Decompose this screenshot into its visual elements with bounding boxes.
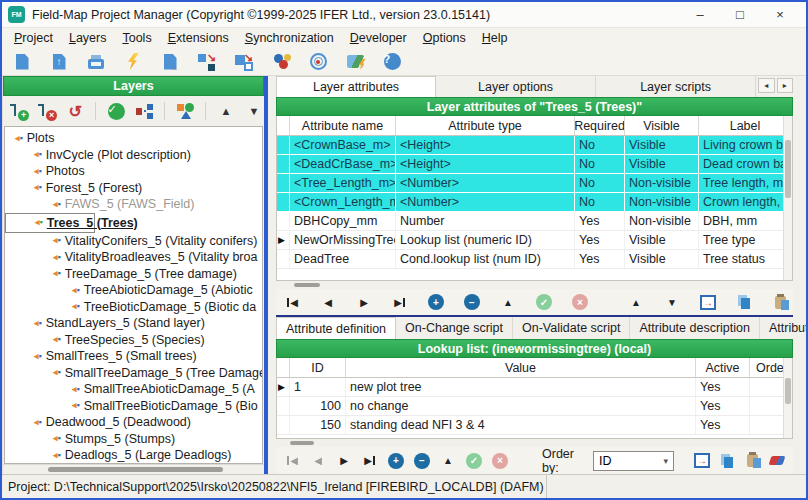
post-button[interactable]: ✓ xyxy=(466,452,482,470)
cancel-button[interactable]: × xyxy=(492,452,508,470)
edit-button[interactable]: ▲ xyxy=(440,452,456,470)
copy-record-button[interactable] xyxy=(719,452,735,470)
close-button[interactable]: × xyxy=(760,7,800,22)
tab-layer-attributes[interactable]: Layer attributes xyxy=(276,76,436,97)
delete-layer-button[interactable]: × xyxy=(37,99,57,123)
lookup-row[interactable]: ▶1new plot treeYes9 xyxy=(277,378,792,397)
scrollbar-thumb[interactable] xyxy=(785,140,791,198)
attributes-hscrollbar[interactable] xyxy=(276,281,793,289)
paste-record-button[interactable] xyxy=(744,452,760,470)
copy-structure-button[interactable]: ↘ xyxy=(232,50,256,74)
layer-style-button[interactable] xyxy=(175,99,195,123)
scrollbar-thumb[interactable] xyxy=(294,283,320,287)
project-colors-button[interactable] xyxy=(269,50,293,74)
tree-item-treedamage-5[interactable]: ◂▪TreeDamage_5 (Tree damage) xyxy=(5,266,262,283)
attribute-row[interactable]: <DeadCrBase_m><Height>NoVisibleDead crow… xyxy=(277,155,792,174)
edit-button[interactable]: ▲ xyxy=(500,293,516,311)
insert-button[interactable]: + xyxy=(388,452,404,470)
quick-run-button[interactable] xyxy=(121,50,145,74)
tab-scroll-left-button[interactable]: ◂ xyxy=(758,78,774,93)
open-project-button[interactable]: ↑ xyxy=(47,50,71,74)
export-record-button[interactable]: → xyxy=(694,452,710,470)
tree-item-vitalitybroadleaves-5[interactable]: ◂▪VitalityBroadleaves_5 (Vitality broa xyxy=(5,249,262,266)
move-up-button[interactable]: ▲ xyxy=(628,293,644,311)
tree-item-treeabioticdamage-5[interactable]: ◂▪TreeAbioticDamage_5 (Abiotic xyxy=(5,282,262,299)
lookup-row[interactable]: 150standing dead NFI 3 & 4Yes xyxy=(277,416,792,435)
tree-item-smalltreeabioticdamage-5[interactable]: ◂▪SmallTreeAbioticDamage_5 (A xyxy=(5,381,262,398)
menu-tools[interactable]: Tools xyxy=(114,31,159,45)
menu-extensions[interactable]: Extensions xyxy=(160,31,237,45)
cancel-button[interactable]: × xyxy=(572,293,588,311)
move-down-button[interactable]: ▼ xyxy=(664,293,680,311)
minimize-button[interactable]: – xyxy=(680,7,720,22)
help-button[interactable]: ? xyxy=(380,50,404,74)
move-up-button[interactable]: ▲ xyxy=(216,99,236,123)
subtab-on-change-script[interactable]: On-Change script xyxy=(396,317,513,339)
menu-developer[interactable]: Developer xyxy=(342,31,415,45)
tree-item-treespecies-5[interactable]: ◂▪TreeSpecies_5 (Species) xyxy=(5,332,262,349)
reload-layer-button[interactable]: ↺ xyxy=(65,99,85,123)
paste-record-button[interactable] xyxy=(772,293,788,311)
menu-project[interactable]: Project xyxy=(6,31,61,45)
menu-options[interactable]: Options xyxy=(415,31,474,45)
delete-button[interactable]: − xyxy=(414,452,430,470)
maximize-button[interactable]: □ xyxy=(720,7,760,22)
lookup-vscrollbar[interactable] xyxy=(783,358,792,438)
copy-record-button[interactable] xyxy=(736,293,752,311)
tree-hscrollbar[interactable] xyxy=(3,464,264,474)
validate-layers-button[interactable]: ✓ xyxy=(106,99,126,123)
tree-item-smalltreedamage-5[interactable]: ◂▪SmallTreeDamage_5 (Tree Damage xyxy=(5,365,262,382)
scrollbar-thumb[interactable] xyxy=(785,378,791,404)
tree-item-vitalityconifers-5[interactable]: ◂▪VitalityConifers_5 (Vitality conifers) xyxy=(5,233,262,250)
subtab-attribute-description[interactable]: Attribute description xyxy=(630,317,759,339)
target-settings-button[interactable] xyxy=(306,50,330,74)
tab-scroll-right-button[interactable]: ▸ xyxy=(777,78,793,93)
delete-button[interactable]: − xyxy=(464,293,480,311)
tab-layer-options[interactable]: Layer options xyxy=(436,76,596,97)
order-by-select[interactable]: ID ▾ xyxy=(593,451,674,471)
last-button[interactable]: ▶ xyxy=(392,293,408,311)
erase-button[interactable] xyxy=(769,452,785,470)
attribute-row[interactable]: ▶NewOrMissingTreeLookup list (numeric ID… xyxy=(277,231,792,250)
add-layer-button[interactable]: + xyxy=(9,99,29,123)
scrollbar-thumb[interactable] xyxy=(48,467,223,472)
attribute-row[interactable]: <CrownBase_m><Height>NoVisibleLiving cro… xyxy=(277,136,792,155)
tree-item-forest-5[interactable]: ◂▪Forest_5 (Forest) xyxy=(5,180,262,197)
first-button[interactable]: ◀ xyxy=(284,293,300,311)
new-project-button[interactable] xyxy=(10,50,34,74)
tree-item-deadlogs-5[interactable]: ◂▪Deadlogs_5 (Large Deadlogs) xyxy=(5,447,262,464)
post-button[interactable]: ✓ xyxy=(536,293,552,311)
tree-item-invcycle[interactable]: ◂▪InvCycle (Plot description) xyxy=(5,147,262,164)
prev-button[interactable]: ◀ xyxy=(320,293,336,311)
tree-item-trees-5[interactable]: ◂▪Trees_5 (Trees) xyxy=(5,213,95,233)
map-view-button[interactable] xyxy=(343,50,367,74)
deploy-project-button[interactable]: ↘ xyxy=(195,50,219,74)
insert-button[interactable]: + xyxy=(428,293,444,311)
subtab-attribute-definition[interactable]: Attribute definition xyxy=(276,317,396,339)
attribute-row[interactable]: DBHCopy_mmNumberYesNon-visibleDBH, mm xyxy=(277,212,792,231)
first-button[interactable]: ◀ xyxy=(284,452,300,470)
attribute-row[interactable]: <Crown_Length_m><Number>NoNon-visibleCro… xyxy=(277,193,792,212)
tab-layer-scripts[interactable]: Layer scripts xyxy=(596,76,756,97)
layer-structure-button[interactable] xyxy=(134,99,154,123)
attribute-row[interactable]: DeadTreeCond.lookup list (num ID)YesVisi… xyxy=(277,250,792,269)
export-record-button[interactable]: → xyxy=(700,293,716,311)
menu-layers[interactable]: Layers xyxy=(61,31,115,45)
tree-item-standlayers-5[interactable]: ◂▪StandLayers_5 (Stand layer) xyxy=(5,315,262,332)
lookup-row[interactable]: 100no changeYes1 xyxy=(277,397,792,416)
prev-button[interactable]: ◀ xyxy=(310,452,326,470)
menu-synchronization[interactable]: Synchronization xyxy=(237,31,342,45)
tree-item-photos[interactable]: ◂▪Photos xyxy=(5,163,262,180)
tree-item-plots[interactable]: ◂▪Plots xyxy=(5,130,262,147)
move-down-button[interactable]: ▼ xyxy=(244,99,264,123)
tree-item-faws-5[interactable]: ◂▪FAWS_5 (FAWS_Field) xyxy=(5,196,262,213)
subtab-on-validate-script[interactable]: On-Validate script xyxy=(513,317,630,339)
attribute-row[interactable]: <Tree_Length_m><Number>NoNon-visibleTree… xyxy=(277,174,792,193)
tree-item-deadwood-5[interactable]: ◂▪Deadwood_5 (Deadwood) xyxy=(5,414,262,431)
subtab-attribute-color[interactable]: Attribute color xyxy=(760,317,808,339)
next-button[interactable]: ▶ xyxy=(336,452,352,470)
lookup-hscrollbar[interactable] xyxy=(276,439,793,447)
export-project-button[interactable]: → xyxy=(158,50,182,74)
tree-item-smalltrees-5[interactable]: ◂▪SmallTrees_5 (Small trees) xyxy=(5,348,262,365)
menu-help[interactable]: Help xyxy=(474,31,516,45)
